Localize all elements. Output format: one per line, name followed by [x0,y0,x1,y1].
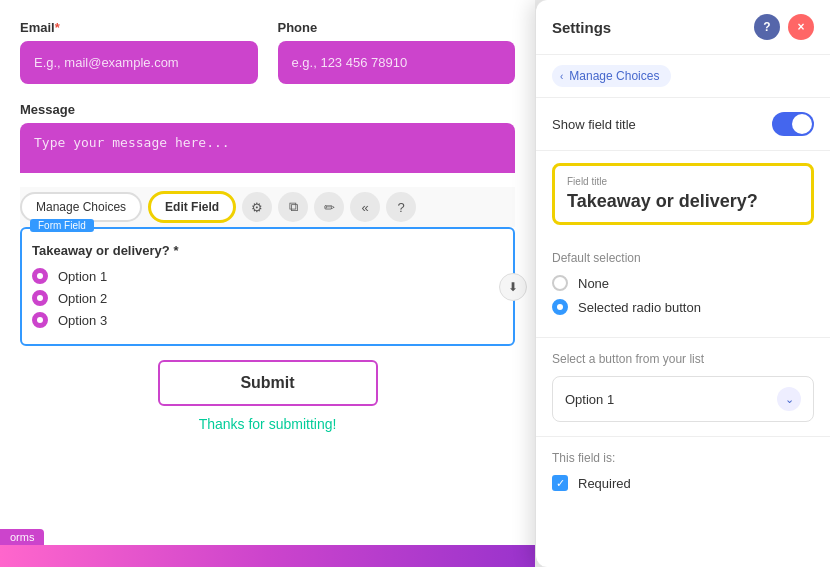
breadcrumb-row: ‹ Manage Choices [536,55,830,98]
none-radio-circle [552,275,568,291]
email-group: Email* [20,20,258,84]
message-section: Message [20,102,515,177]
double-arrow-icon: « [361,200,368,215]
form-field-wrapper: Form Field Takeaway or delivery? * Optio… [20,227,515,346]
selected-radio-circle [552,299,568,315]
settings-close-button[interactable]: × [788,14,814,40]
radio-option-1[interactable]: Option 1 [32,268,503,284]
copy-icon: ⧉ [289,199,298,215]
breadcrumb-chevron-icon: ‹ [560,71,563,82]
toolbar-row: Manage Choices Edit Field ⚙ ⧉ ✏ « ? [20,187,515,227]
radio-dot-3 [32,312,48,328]
field-title-meta: Field title [567,176,799,187]
select-dropdown[interactable]: Option 1 ⌄ [552,376,814,422]
field-title-value: Takeaway or delivery? [567,191,799,212]
email-phone-row: Email* Phone [20,20,515,84]
toggle-thumb [792,114,812,134]
message-label: Message [20,102,515,117]
default-selection-label: Default selection [552,251,814,265]
select-button-section: Select a button from your list Option 1 … [536,338,830,437]
show-field-title-row: Show field title [552,112,814,136]
required-checkbox: ✓ [552,475,568,491]
radio-option-2[interactable]: Option 2 [32,290,503,306]
none-label: None [578,276,609,291]
show-field-title-toggle[interactable] [772,112,814,136]
required-checkbox-row[interactable]: ✓ Required [552,475,814,491]
show-field-title-section: Show field title [536,98,830,151]
required-section: This field is: ✓ Required [536,437,830,505]
help-icon: ? [397,200,404,215]
double-arrow-icon-button[interactable]: « [350,192,380,222]
email-input[interactable] [20,41,258,84]
submit-button[interactable]: Submit [158,360,378,406]
breadcrumb-label: Manage Choices [569,69,659,83]
radio-dot-1 [32,268,48,284]
form-field-section: Form Field Takeaway or delivery? * Optio… [20,227,515,346]
bottom-bar [0,545,535,567]
settings-header-icons: ? × [754,14,814,40]
forms-tag: orms [0,529,44,545]
settings-header: Settings ? × [536,0,830,55]
select-button-label: Select a button from your list [552,352,814,366]
none-radio-option[interactable]: None [552,275,814,291]
field-title-box: Field title Takeaway or delivery? [552,163,814,225]
breadcrumb-pill[interactable]: ‹ Manage Choices [552,65,671,87]
thanks-text: Thanks for submitting! [20,416,515,432]
selected-radio-option[interactable]: Selected radio button [552,299,814,315]
radio-dot-2 [32,290,48,306]
gear-icon-button[interactable]: ⚙ [242,192,272,222]
manage-choices-button[interactable]: Manage Choices [20,192,142,222]
download-button[interactable]: ⬇ [499,273,527,301]
email-label: Email* [20,20,258,35]
pen-icon-button[interactable]: ✏ [314,192,344,222]
this-field-label: This field is: [552,451,814,465]
edit-field-button[interactable]: Edit Field [148,191,236,223]
phone-input[interactable] [278,41,516,84]
option-3-label: Option 3 [58,313,107,328]
selected-radio-label: Selected radio button [578,300,701,315]
select-dropdown-value: Option 1 [565,392,614,407]
default-selection-section: Default selection None Selected radio bu… [536,237,830,338]
option-1-label: Option 1 [58,269,107,284]
pen-icon: ✏ [324,200,335,215]
download-icon: ⬇ [508,280,518,294]
option-2-label: Option 2 [58,291,107,306]
message-textarea[interactable] [20,123,515,173]
settings-title: Settings [552,19,611,36]
required-label: Required [578,476,631,491]
form-field-question: Takeaway or delivery? * [32,243,503,258]
copy-icon-button[interactable]: ⧉ [278,192,308,222]
form-field-tag: Form Field [30,219,94,232]
dropdown-chevron-icon: ⌄ [777,387,801,411]
radio-option-3[interactable]: Option 3 [32,312,503,328]
form-builder: Email* Phone Message Manage Choices Edit… [0,0,535,567]
phone-group: Phone [278,20,516,84]
phone-label: Phone [278,20,516,35]
show-field-title-label: Show field title [552,117,636,132]
settings-help-button[interactable]: ? [754,14,780,40]
settings-panel: Settings ? × ‹ Manage Choices Show field… [535,0,830,567]
gear-icon: ⚙ [251,200,263,215]
help-icon-button[interactable]: ? [386,192,416,222]
